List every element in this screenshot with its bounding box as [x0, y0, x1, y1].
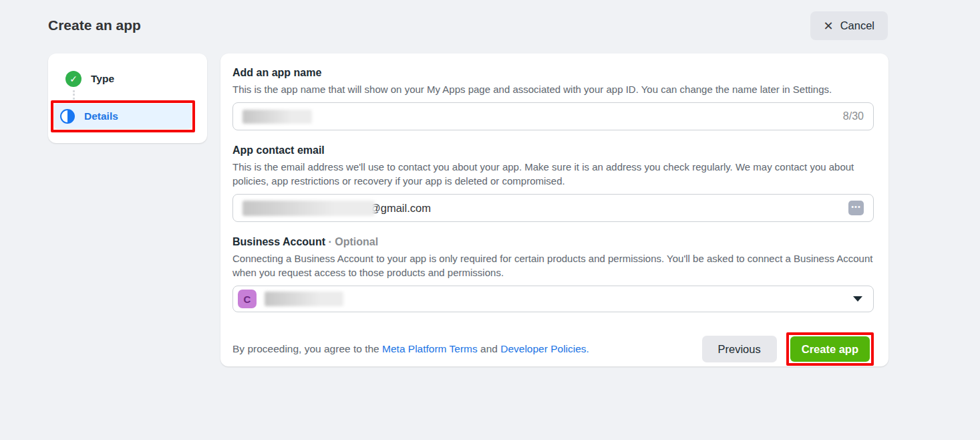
- cancel-label: Cancel: [840, 19, 874, 32]
- contact-email-description: This is the email address we'll use to c…: [232, 160, 874, 188]
- close-icon: ✕: [824, 20, 834, 32]
- meta-platform-terms-link[interactable]: Meta Platform Terms: [382, 343, 478, 354]
- password-manager-icon[interactable]: •••: [848, 201, 864, 215]
- check-circle-icon: ✓: [65, 71, 81, 87]
- char-counter: 8/30: [843, 110, 864, 122]
- business-account-label: Business Account · Optional: [232, 236, 874, 248]
- create-app-page: Create an app ✕ Cancel ✓ Type Details Ad…: [0, 0, 980, 440]
- app-name-input[interactable]: 8/30: [232, 102, 874, 130]
- annotation-box-create-app: Create app: [786, 332, 874, 366]
- step-type-label: Type: [91, 73, 114, 85]
- stepper-step-details[interactable]: Details: [54, 104, 192, 129]
- developer-policies-link[interactable]: Developer Policies.: [500, 343, 589, 354]
- previous-button[interactable]: Previous: [702, 336, 777, 362]
- contact-email-input[interactable]: @gmail.com •••: [232, 194, 874, 222]
- business-avatar: C: [238, 290, 257, 308]
- step-details-label: Details: [84, 110, 118, 122]
- form-footer: By proceeding, you agree to the Meta Pla…: [232, 332, 874, 366]
- contact-email-section: App contact email This is the email addr…: [232, 144, 874, 222]
- redacted-business-name: [265, 292, 343, 306]
- terms-text: By proceeding, you agree to the Meta Pla…: [232, 343, 702, 355]
- redacted-email-user: [242, 201, 375, 216]
- email-domain-text: @gmail.com: [369, 202, 431, 215]
- business-account-section: Business Account · Optional Connecting a…: [232, 236, 874, 312]
- details-form-card: Add an app name This is the app name tha…: [220, 53, 888, 366]
- create-app-button[interactable]: Create app: [790, 336, 870, 362]
- chevron-down-icon: [853, 296, 862, 302]
- half-circle-progress-icon: [60, 109, 75, 124]
- page-title: Create an app: [48, 17, 141, 33]
- header: Create an app ✕ Cancel: [0, 0, 980, 48]
- optional-label: · Optional: [328, 236, 378, 247]
- step-connector: [73, 90, 196, 100]
- stepper-step-type[interactable]: ✓ Type: [61, 68, 196, 90]
- contact-email-label: App contact email: [232, 144, 874, 156]
- redacted-app-name: [242, 110, 312, 124]
- cancel-button[interactable]: ✕ Cancel: [810, 11, 888, 40]
- app-name-section: Add an app name This is the app name tha…: [232, 67, 874, 130]
- stepper-card: ✓ Type Details: [48, 53, 207, 143]
- business-account-select[interactable]: C: [232, 286, 874, 312]
- annotation-box-details: Details: [51, 100, 195, 132]
- business-account-description: Connecting a Business Account to your ap…: [232, 251, 874, 280]
- app-name-description: This is the app name that will show on y…: [232, 82, 874, 96]
- app-name-label: Add an app name: [232, 67, 874, 79]
